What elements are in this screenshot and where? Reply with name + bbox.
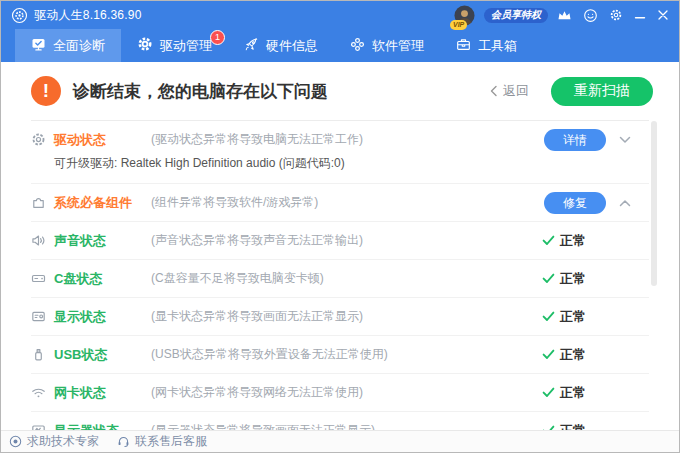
headset-icon: [117, 435, 130, 448]
rocket-icon: [244, 37, 259, 55]
expert-icon: [9, 435, 22, 448]
diagnosis-list: 驱动状态 (驱动状态异常将导致电脑无法正常工作) 详情 可升级驱动: Realt…: [1, 121, 679, 450]
check-icon: [542, 311, 555, 322]
minimize-button[interactable]: [634, 9, 646, 21]
footer-contact-support[interactable]: 联系售后客服: [117, 433, 207, 450]
tab-toolbox[interactable]: 工具箱: [440, 29, 533, 62]
rescan-button[interactable]: 重新扫描: [551, 77, 653, 106]
check-icon: [542, 349, 555, 360]
footer-bar: 求助技术专家 联系售后客服: [1, 430, 679, 452]
status-normal: 正常: [542, 232, 586, 250]
app-window: 驱动人生8.16.36.90 VIP 会员享特权: [0, 0, 680, 453]
tab-full-diagnosis[interactable]: 全面诊断: [15, 29, 121, 62]
row-label: 显示状态: [54, 308, 151, 326]
repair-button[interactable]: 修复: [544, 192, 606, 214]
app-title: 驱动人生8.16.36.90: [34, 7, 142, 24]
clover-icon: [350, 37, 365, 55]
status-normal: 正常: [542, 308, 586, 326]
speaker-icon: [31, 233, 46, 248]
upgradable-driver-text: 可升级驱动: Realtek High Definition audio (问题…: [31, 155, 649, 183]
status-normal: 正常: [542, 270, 586, 288]
diagnosis-header: ! 诊断结束，您的电脑存在以下问题 返回 重新扫描: [1, 62, 679, 120]
nav-bar: 全面诊断 驱动管理 1 硬件信息 软件管理 工具箱: [1, 29, 679, 62]
check-icon: [542, 273, 555, 284]
details-button[interactable]: 详情: [544, 129, 606, 151]
row-system-components: 系统必备组件 (组件异常将导致软件/游戏异常) 修复: [31, 184, 649, 222]
row-label: 驱动状态: [54, 131, 151, 149]
drive-icon: [31, 271, 46, 286]
row-description: (显卡状态异常将导致画面无法正常显示): [151, 308, 363, 325]
chevron-left-icon: [490, 85, 498, 97]
row-driver-status: 驱动状态 (驱动状态异常将导致电脑无法正常工作) 详情 可升级驱动: Realt…: [31, 121, 649, 184]
display-icon: [31, 309, 46, 324]
app-logo-icon: [11, 7, 28, 24]
settings-gear-icon[interactable]: [609, 8, 623, 22]
gear-row-icon: [31, 132, 46, 147]
monitor-check-icon: [31, 37, 46, 55]
vip-badge: VIP: [450, 20, 467, 30]
page-title: 诊断结束，您的电脑存在以下问题: [73, 80, 328, 103]
puzzle-icon: [31, 195, 46, 210]
usb-icon: [31, 347, 46, 362]
status-normal: 正常: [542, 346, 586, 364]
wifi-icon: [31, 385, 46, 400]
row-description: (组件异常将导致软件/游戏异常): [151, 194, 318, 211]
crown-icon: [557, 9, 572, 21]
notification-badge: 1: [210, 30, 225, 45]
member-privilege-button[interactable]: 会员享特权: [484, 8, 548, 23]
tab-software-management[interactable]: 软件管理: [334, 29, 440, 62]
user-avatar[interactable]: VIP: [454, 5, 475, 26]
chevron-up-icon[interactable]: [619, 199, 631, 207]
tab-driver-management[interactable]: 驱动管理 1: [121, 29, 228, 62]
check-icon: [542, 235, 555, 246]
row-description: (网卡状态异常将导致网络无法正常使用): [151, 384, 363, 401]
row-network-status: 网卡状态 (网卡状态异常将导致网络无法正常使用) 正常: [31, 374, 649, 412]
row-label: 网卡状态: [54, 384, 151, 402]
customer-service-icon[interactable]: [583, 8, 598, 23]
toolbox-icon: [456, 37, 471, 55]
gear-nav-icon: [137, 36, 153, 55]
title-bar: 驱动人生8.16.36.90 VIP 会员享特权: [1, 1, 679, 29]
row-c-drive-status: C盘状态 (C盘容量不足将导致电脑变卡顿) 正常: [31, 260, 649, 298]
scrollbar-thumb[interactable]: [651, 121, 657, 286]
main-content: ! 诊断结束，您的电脑存在以下问题 返回 重新扫描 驱动状态 (驱动状态异常将导…: [1, 62, 679, 452]
row-usb-status: USB状态 (USB状态异常将导致外置设备无法正常使用) 正常: [31, 336, 649, 374]
row-description: (驱动状态异常将导致电脑无法正常工作): [151, 131, 363, 148]
warning-icon: !: [31, 76, 61, 106]
row-sound-status: 声音状态 (声音状态异常将导致声音无法正常输出) 正常: [31, 222, 649, 260]
row-label: C盘状态: [54, 270, 151, 288]
back-button[interactable]: 返回: [490, 82, 529, 100]
row-label: 声音状态: [54, 232, 151, 250]
status-normal: 正常: [542, 384, 586, 402]
row-description: (USB状态异常将导致外置设备无法正常使用): [151, 346, 388, 363]
footer-ask-expert[interactable]: 求助技术专家: [9, 433, 99, 450]
tab-hardware-info[interactable]: 硬件信息: [228, 29, 334, 62]
row-description: (C盘容量不足将导致电脑变卡顿): [151, 270, 324, 287]
row-label: 系统必备组件: [54, 194, 151, 212]
close-button[interactable]: [657, 9, 669, 21]
check-icon: [542, 387, 555, 398]
chevron-down-icon[interactable]: [619, 136, 631, 144]
row-description: (声音状态异常将导致声音无法正常输出): [151, 232, 363, 249]
row-display-status: 显示状态 (显卡状态异常将导致画面无法正常显示) 正常: [31, 298, 649, 336]
row-label: USB状态: [54, 346, 151, 364]
